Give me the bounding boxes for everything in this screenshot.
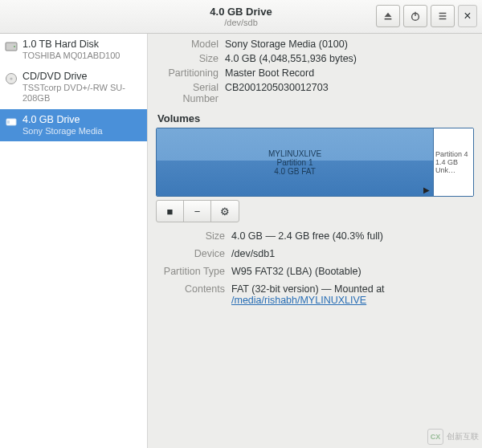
value-model: Sony Storage Media (0100) <box>225 39 474 50</box>
device-title: 4.0 GB Drive <box>22 114 141 126</box>
device-sub: TOSHIBA MQ01ABD100 <box>22 51 141 61</box>
usb-icon <box>5 116 18 128</box>
value-serial: CB2001205030012703 <box>225 82 474 104</box>
watermark: CX 创新互联 <box>427 429 479 445</box>
value-vol-device: /dev/sdb1 <box>231 248 474 259</box>
contents-prefix: FAT (32-bit version) — Mounted at <box>231 283 385 295</box>
eject-icon <box>382 10 394 22</box>
device-sub: TSSTcorp DVD+/-RW SU-208GB <box>22 83 141 104</box>
svg-point-5 <box>10 78 12 80</box>
svg-point-3 <box>14 46 15 47</box>
close-button[interactable]: × <box>458 5 477 27</box>
value-vol-ptype: W95 FAT32 (LBA) (Bootable) <box>231 266 474 277</box>
svg-rect-7 <box>7 120 10 124</box>
label-vol-contents: Contents <box>156 283 225 306</box>
label-partitioning: Partitioning <box>156 67 219 79</box>
label-model: Model <box>156 39 219 50</box>
device-title: 1.0 TB Hard Disk <box>22 39 141 51</box>
value-vol-size: 4.0 GB — 2.4 GB free (40.3% full) <box>231 230 474 242</box>
watermark-logo: CX <box>427 429 443 445</box>
label-vol-size: Size <box>156 230 225 242</box>
device-item-usb[interactable]: 4.0 GB Drive Sony Storage Media <box>0 109 147 141</box>
close-icon: × <box>464 10 471 22</box>
hamburger-icon <box>437 10 448 22</box>
value-size: 4.0 GB (4,048,551,936 bytes) <box>225 53 474 64</box>
label-vol-device: Device <box>156 248 225 259</box>
partition-name: MYLINUXLIVE <box>268 149 321 158</box>
partition-small-name: Partition 4 <box>435 150 468 158</box>
partition-main[interactable]: MYLINUXLIVE Partition 1 4.0 GB FAT ▶ <box>157 128 433 196</box>
svg-rect-1 <box>415 12 415 16</box>
label-vol-ptype: Partition Type <box>156 266 225 277</box>
hdd-icon <box>5 40 18 53</box>
unmount-button[interactable]: ■ <box>157 201 184 222</box>
menu-button[interactable] <box>431 5 455 27</box>
value-partitioning: Master Boot Record <box>225 67 474 79</box>
partition-small-line2: 1.4 GB Unk… <box>435 158 473 174</box>
mount-point-link[interactable]: /media/rishabh/MYLINUXLIVE <box>231 295 366 306</box>
stop-icon: ■ <box>167 206 174 218</box>
drive-info: Model Sony Storage Media (0100) Size 4.0… <box>156 39 474 104</box>
partition-line2: Partition 1 <box>276 158 312 167</box>
main-panel: Model Sony Storage Media (0100) Size 4.0… <box>148 34 482 448</box>
eject-button[interactable] <box>376 5 400 27</box>
label-serial: Serial Number <box>156 82 219 104</box>
gear-icon: ⚙ <box>220 206 230 218</box>
window-header: 4.0 GB Drive /dev/sdb × <box>0 0 482 34</box>
optical-icon <box>5 72 18 85</box>
power-button[interactable] <box>403 5 427 27</box>
power-icon <box>410 10 421 22</box>
play-icon: ▶ <box>423 185 430 194</box>
device-item-optical[interactable]: CD/DVD Drive TSSTcorp DVD+/-RW SU-208GB <box>0 66 147 108</box>
content-area: 1.0 TB Hard Disk TOSHIBA MQ01ABD100 CD/D… <box>0 34 482 448</box>
label-size: Size <box>156 53 219 64</box>
volumes-heading: Volumes <box>157 112 474 124</box>
watermark-text: 创新互联 <box>447 431 479 442</box>
partition-options-button[interactable]: ⚙ <box>211 201 239 222</box>
volume-map: MYLINUXLIVE Partition 1 4.0 GB FAT ▶ Par… <box>156 128 474 197</box>
device-title: CD/DVD Drive <box>22 71 141 83</box>
partition-small[interactable]: Partition 4 1.4 GB Unk… <box>433 128 473 196</box>
device-sidebar: 1.0 TB Hard Disk TOSHIBA MQ01ABD100 CD/D… <box>0 34 148 448</box>
partition-line3: 4.0 GB FAT <box>274 167 316 176</box>
volume-toolbar: ■ − ⚙ <box>156 200 239 222</box>
volume-detail: Size 4.0 GB — 2.4 GB free (40.3% full) D… <box>156 230 474 306</box>
value-vol-contents: FAT (32-bit version) — Mounted at /media… <box>231 283 474 306</box>
header-buttons: × <box>376 5 477 27</box>
device-item-hdd[interactable]: 1.0 TB Hard Disk TOSHIBA MQ01ABD100 <box>0 34 147 66</box>
delete-partition-button[interactable]: − <box>184 201 211 222</box>
device-sub: Sony Storage Media <box>22 126 141 136</box>
minus-icon: − <box>194 206 201 218</box>
